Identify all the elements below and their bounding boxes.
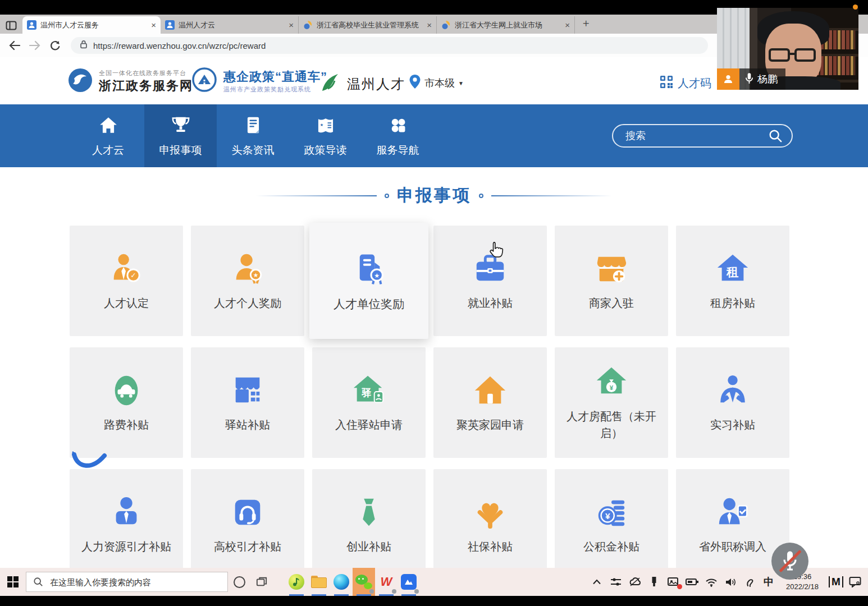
- card-label: 租房补贴: [683, 295, 783, 311]
- person-transfer-icon: [715, 494, 751, 530]
- tray-battery-icon[interactable]: [684, 568, 701, 596]
- card-merchant-onboarding[interactable]: 商家入驻: [555, 226, 668, 336]
- close-icon[interactable]: ×: [565, 21, 570, 29]
- badge-dot: [369, 589, 374, 594]
- edge-button[interactable]: [330, 568, 353, 596]
- card-talent-personal-award[interactable]: ★ 人才个人奖励: [191, 226, 304, 336]
- card-social-security-subsidy[interactable]: 社保补贴: [433, 469, 547, 580]
- close-icon[interactable]: ×: [427, 21, 432, 29]
- nav-item-declare[interactable]: 申报事项: [144, 104, 217, 167]
- screen: 温州市人才云服务 × 温州人才云 × 浙江省高校毕业生就业管理系统 × 浙江省大…: [0, 0, 868, 606]
- forward-icon[interactable]: [29, 40, 40, 50]
- qq-music-button[interactable]: [285, 568, 308, 596]
- wechat-icon: [355, 575, 372, 589]
- taskbar-search: [26, 572, 228, 592]
- card-talent-certification[interactable]: ✓ 人才认定: [70, 226, 183, 336]
- tray-pen-icon[interactable]: [741, 568, 758, 596]
- nav-item-services[interactable]: 服务导航: [362, 104, 434, 167]
- talent-code-button[interactable]: 人才码: [660, 75, 711, 91]
- store-plus-icon: [593, 251, 629, 287]
- policy-express-logo-icon: [191, 66, 218, 95]
- start-button[interactable]: [0, 576, 26, 588]
- back-icon[interactable]: [9, 40, 20, 50]
- tab-favicon-talent-icon: [27, 20, 36, 30]
- nav-item-news[interactable]: 头条资讯: [217, 104, 289, 167]
- new-tab-button[interactable]: ＋: [581, 16, 591, 30]
- card-talent-housing[interactable]: ¥ 人才房配售（未开启）: [555, 347, 668, 458]
- cortana-button[interactable]: [228, 568, 250, 596]
- action-center-icon[interactable]: [847, 568, 864, 596]
- card-university-talent-subsidy[interactable]: 高校引才补贴: [191, 469, 304, 580]
- file-explorer-button[interactable]: [308, 568, 330, 596]
- house-icon: [472, 373, 508, 408]
- decorative-line: [491, 195, 612, 196]
- browser-tab-zj-market[interactable]: 浙江省大学生网上就业市场 ×: [437, 16, 575, 34]
- wps-button[interactable]: W: [375, 568, 398, 596]
- site-search-input[interactable]: [613, 130, 768, 142]
- tab-title: 浙江省高校毕业生就业管理系统: [317, 20, 423, 30]
- card-travel-subsidy[interactable]: 路费补贴: [70, 347, 183, 458]
- refresh-icon[interactable]: [49, 40, 61, 51]
- svg-text:¥: ¥: [610, 383, 614, 391]
- card-housing-fund-subsidy[interactable]: ¥ 公积金补贴: [555, 469, 668, 580]
- tray-speaker-icon[interactable]: [722, 568, 739, 596]
- tab-management-icon[interactable]: [0, 17, 22, 34]
- card-station-checkin[interactable]: 驿 入住驿站申请: [312, 347, 426, 458]
- card-rent-subsidy[interactable]: 租 租房补贴: [676, 226, 789, 336]
- region-selector[interactable]: 市本级 ▼: [409, 74, 464, 92]
- zhejiang-gov-logo-icon: [67, 67, 93, 95]
- talent-code-label: 人才码: [678, 76, 711, 91]
- tray-wifi-icon[interactable]: [703, 568, 720, 596]
- card-station-subsidy[interactable]: 驿站补贴: [191, 347, 304, 458]
- tray-screenshot-icon[interactable]: [665, 568, 682, 596]
- im-app-icon[interactable]: M: [828, 568, 844, 596]
- card-talent-unit-award[interactable]: ★ 人才单位奖励: [309, 223, 428, 339]
- mic-muted-button[interactable]: [771, 543, 808, 580]
- coins-icon: ¥: [593, 494, 629, 530]
- car-icon: [108, 373, 144, 408]
- card-juying-home[interactable]: 聚英家园申请: [433, 347, 547, 458]
- running-indicator: [357, 594, 371, 596]
- card-label: 就业补贴: [440, 295, 540, 311]
- meeting-button[interactable]: [398, 568, 420, 596]
- wechat-button[interactable]: [353, 568, 375, 596]
- zhejiang-gov-logo[interactable]: 全国一体化在线政务服务平台 浙江政务服务网: [67, 67, 193, 95]
- tray-usb-icon[interactable]: [646, 568, 663, 596]
- running-indicator: [312, 594, 326, 596]
- search-icon[interactable]: [768, 128, 783, 143]
- card-startup-subsidy[interactable]: 创业补贴: [312, 469, 426, 580]
- policy-express-logo[interactable]: 惠企政策“直通车” 温州市产业政策奖励兑现系统: [191, 66, 327, 95]
- card-label: 实习补贴: [683, 416, 783, 433]
- trophy-icon: [170, 114, 191, 139]
- card-label: 人才个人奖励: [198, 295, 298, 311]
- nav-label: 政策导读: [304, 143, 347, 158]
- house-money-icon: ¥: [593, 364, 629, 400]
- policy-book-icon: ★: [315, 114, 336, 139]
- close-icon[interactable]: ×: [289, 21, 294, 29]
- tray-sliders-icon[interactable]: [607, 568, 624, 596]
- tab-favicon-zj-icon: [441, 20, 451, 30]
- nav-item-policy[interactable]: ★ 政策导读: [289, 104, 362, 167]
- tray-chevron-up-icon[interactable]: [588, 568, 605, 596]
- close-icon[interactable]: ×: [151, 21, 156, 29]
- policy-logo-subtitle: 温州市产业政策奖励兑现系统: [223, 85, 327, 94]
- region-label: 市本级: [424, 76, 455, 90]
- browser-tab-zj-grad[interactable]: 浙江省高校毕业生就业管理系统 ×: [299, 16, 437, 34]
- url-field[interactable]: https://reward.wenzhou.gov.cn/wzrc/pc/re…: [71, 37, 708, 54]
- card-internship-subsidy[interactable]: 实习补贴: [676, 347, 789, 458]
- card-hr-talent-subsidy[interactable]: 人力资源引才补贴: [70, 469, 183, 580]
- recording-dot: [853, 4, 858, 10]
- wenzhou-talent-logo[interactable]: 温州人才: [319, 72, 405, 97]
- task-view-button[interactable]: [250, 568, 273, 596]
- heart-hands-icon: [472, 494, 508, 530]
- url-text: https://reward.wenzhou.gov.cn/wzrc/pc/re…: [93, 41, 266, 50]
- nav-item-talent-cloud[interactable]: 人才云: [72, 104, 144, 167]
- tray-cloud-icon[interactable]: [627, 568, 643, 596]
- task-view-icon: [256, 576, 267, 587]
- browser-tab-wzrc[interactable]: 温州市人才云服务 ×: [22, 16, 161, 34]
- tie-icon: [351, 494, 387, 530]
- decorative-line: [256, 195, 377, 196]
- browser-tab-wzrc2[interactable]: 温州人才云 ×: [161, 16, 299, 34]
- card-label: 人力资源引才补贴: [76, 538, 176, 555]
- taskbar-search-input[interactable]: [49, 577, 221, 587]
